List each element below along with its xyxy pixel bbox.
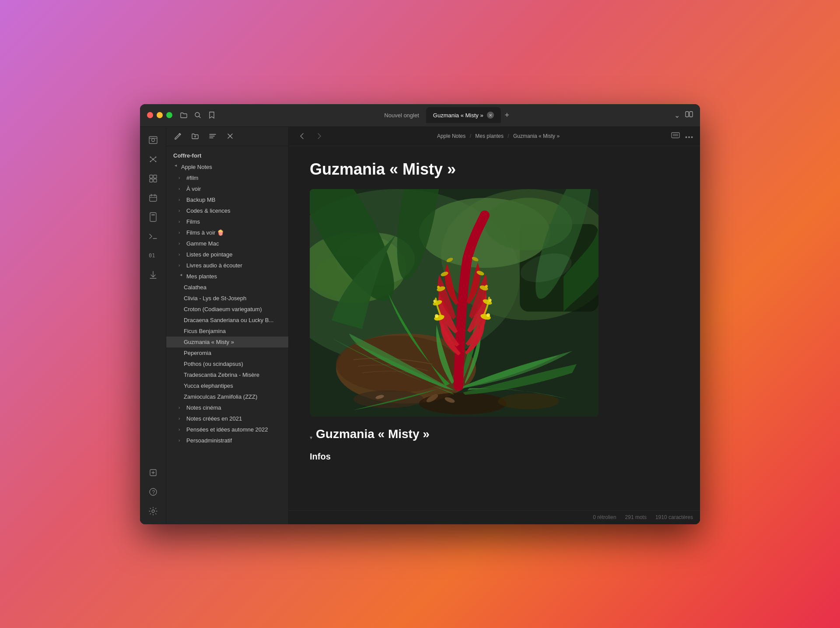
pages-icon[interactable] (145, 209, 161, 225)
back-button[interactable] (296, 130, 308, 142)
tab-guzmania[interactable]: Guzmania « Misty » ✕ (426, 107, 501, 123)
note-label: Peperomia (184, 350, 211, 356)
note-dracaena[interactable]: Dracaena Sanderiana ou Lucky B... (166, 315, 288, 326)
note-zamioculcas[interactable]: Zamioculcas Zamiifolia (ZZZ) (166, 391, 288, 402)
tabs-area: Nouvel onglet Guzmania « Misty » ✕ + (216, 107, 674, 123)
reader-icon[interactable] (671, 132, 680, 140)
calendar-icon[interactable] (145, 190, 161, 206)
grid-icon[interactable] (145, 171, 161, 186)
close-sidebar-button[interactable] (224, 130, 236, 142)
folder-label: À voir (186, 186, 201, 192)
folder-mes-plantes[interactable]: ▾ Mes plantes (166, 271, 288, 282)
note-croton[interactable]: Croton (Codiaeum variegatum) (166, 304, 288, 315)
more-options-icon[interactable] (685, 132, 693, 140)
split-view-icon[interactable] (685, 111, 693, 119)
svg-rect-4 (149, 137, 157, 144)
svg-rect-19 (154, 179, 157, 182)
note-content[interactable]: Guzmania « Misty » (289, 146, 700, 510)
help-icon[interactable]: ? (145, 484, 161, 500)
forward-button[interactable] (313, 130, 326, 142)
folder-label: Persoadministratif (186, 437, 232, 444)
note-peperomia[interactable]: Peperomia (166, 347, 288, 358)
folder-label: Codes & licences (186, 207, 230, 214)
svg-point-75 (486, 313, 490, 317)
folder-icon[interactable] (179, 111, 188, 119)
bookmark-icon[interactable] (207, 111, 216, 119)
minimize-button[interactable] (157, 112, 163, 118)
main-content: 01 (140, 127, 700, 524)
folder-label: Notes créées en 2021 (186, 415, 242, 422)
char-count: 1910 caractères (655, 514, 693, 520)
folder-notes-cinema[interactable]: › Notes cinéma (166, 402, 288, 413)
new-folder-button[interactable] (189, 130, 201, 142)
folder-label: Mes plantes (186, 273, 217, 280)
note-clivia[interactable]: Clivia - Lys de St-Joseph (166, 293, 288, 304)
svg-text:?: ? (152, 489, 155, 495)
folder-codes-licences[interactable]: › Codes & licences (166, 205, 288, 216)
maximize-button[interactable] (166, 112, 172, 118)
settings-icon[interactable] (145, 503, 161, 519)
folder-a-voir[interactable]: › À voir (166, 183, 288, 194)
chevron-icon: › (178, 263, 184, 268)
vault-icon[interactable] (145, 132, 161, 148)
folder-label: Pensées et idées automne 2022 (186, 426, 268, 433)
breadcrumb-part2[interactable]: Mes plantes (475, 133, 504, 139)
chevron-down-icon[interactable]: ⌄ (674, 111, 680, 119)
chevron-icon: › (178, 208, 184, 213)
note-yucca[interactable]: Yucca elephantipes (166, 380, 288, 391)
breadcrumb-part3[interactable]: Guzmania « Misty » (513, 133, 560, 139)
svg-rect-3 (690, 112, 693, 117)
folder-notes-2021[interactable]: › Notes créées en 2021 (166, 413, 288, 424)
breadcrumb-sep1: / (470, 133, 473, 139)
folder-label: Apple Notes (181, 164, 212, 170)
tab-inactive-label: Nouvel onglet (384, 112, 419, 119)
vault-bottom-icon[interactable] (145, 465, 161, 481)
search-icon[interactable] (193, 111, 202, 119)
note-guzmania[interactable]: Guzmania « Misty » (166, 337, 288, 347)
note-label: Tradescantia Zebrina - Misère (184, 372, 259, 378)
download-icon[interactable] (145, 267, 161, 283)
note-label: Pothos (ou scindapsus) (184, 361, 243, 367)
tab-new[interactable]: Nouvel onglet (377, 107, 426, 123)
tab-close-button[interactable]: ✕ (487, 112, 494, 119)
terminal-icon[interactable] (145, 228, 161, 244)
folder-film[interactable]: › #film (166, 172, 288, 183)
note-image (310, 189, 598, 417)
binary-icon[interactable]: 01 (145, 248, 161, 263)
chevron-icon: › (178, 241, 184, 246)
note-ficus[interactable]: Ficus Benjamina (166, 326, 288, 337)
note-section-title: Guzmania « Misty » (316, 427, 430, 441)
chevron-icon: › (178, 186, 184, 191)
breadcrumb: Apple Notes / Mes plantes / Guzmania « M… (331, 133, 666, 139)
svg-point-0 (195, 112, 200, 117)
sort-icon[interactable] (206, 130, 219, 142)
notes-list: Coffre-fort ▾ Apple Notes › #film › À vo… (166, 146, 288, 524)
folder-livres-audio[interactable]: › Livres audio à écouter (166, 260, 288, 271)
status-bar: 0 rétrolien 291 mots 1910 caractères (289, 510, 700, 524)
chevron-icon: › (178, 438, 184, 443)
breadcrumb-part1[interactable]: Apple Notes (437, 133, 466, 139)
folder-backup-mb[interactable]: › Backup MB (166, 194, 288, 205)
folder-gamme-mac[interactable]: › Gamme Mac (166, 238, 288, 249)
svg-rect-24 (150, 213, 156, 221)
backlinks-count: 0 rétrolien (593, 514, 616, 520)
folder-pensees-idees[interactable]: › Pensées et idées automne 2022 (166, 424, 288, 435)
graph-icon[interactable] (145, 151, 161, 167)
svg-text:01: 01 (149, 253, 155, 259)
svg-line-15 (153, 159, 156, 161)
folder-apple-notes[interactable]: ▾ Apple Notes (166, 161, 288, 172)
note-tradescantia[interactable]: Tradescantia Zebrina - Misère (166, 369, 288, 380)
folder-films-voir[interactable]: › Films à voir 🍿 (166, 227, 288, 238)
tab-add-button[interactable]: + (501, 109, 513, 121)
folder-persoadministratif[interactable]: › Persoadministratif (166, 435, 288, 446)
new-note-button[interactable] (172, 130, 184, 142)
breadcrumb-sep2: / (508, 133, 511, 139)
note-calathea[interactable]: Calathea (166, 282, 288, 293)
note-pothos[interactable]: Pothos (ou scindapsus) (166, 358, 288, 369)
close-button[interactable] (147, 112, 153, 118)
svg-point-60 (498, 393, 559, 409)
traffic-lights (147, 112, 172, 118)
note-label: Zamioculcas Zamiifolia (ZZZ) (184, 393, 257, 400)
folder-listes-pointage[interactable]: › Listes de pointage (166, 249, 288, 260)
folder-films[interactable]: › Films (166, 216, 288, 227)
